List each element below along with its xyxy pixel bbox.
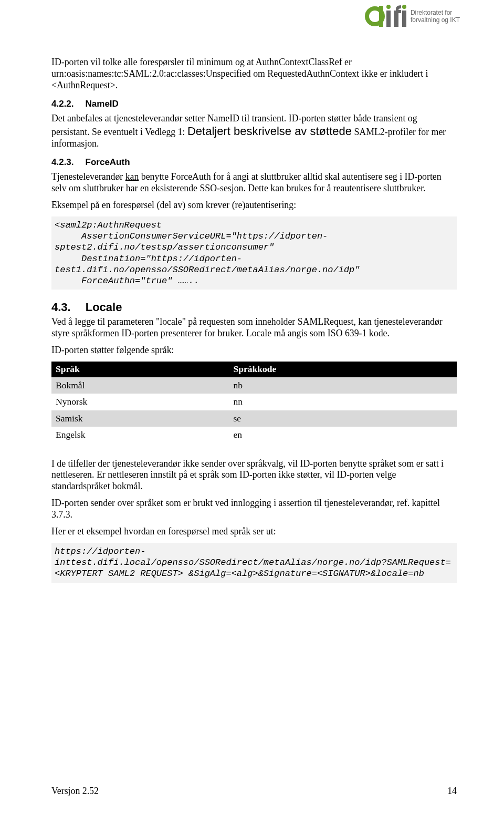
- table-cell-lang: Bokmål: [51, 377, 229, 394]
- table-cell-lang: Engelsk: [51, 427, 229, 444]
- table-header-code: Språkkode: [229, 362, 457, 377]
- svg-rect-2: [386, 11, 391, 27]
- logo-text-line2: forvaltning og IKT: [411, 16, 460, 24]
- code-block-2: https://idporten-inttest.difi.local/open…: [51, 543, 457, 583]
- paragraph: ID-porten støtter følgende språk:: [51, 345, 457, 356]
- page-footer: Versjon 2.52 14: [51, 786, 457, 797]
- code-block-1: <saml2p:AuthnRequest AssertionConsumerSe…: [51, 216, 457, 290]
- footer-version: Versjon 2.52: [51, 786, 99, 797]
- heading-422: 4.2.2.NameID: [51, 99, 457, 110]
- table-cell-code: se: [229, 410, 457, 427]
- paragraph: ID-porten sender over språket som er bru…: [51, 498, 457, 521]
- table-cell-lang: Samisk: [51, 410, 229, 427]
- heading-423: 4.2.3.ForceAuth: [51, 157, 457, 168]
- table-cell-code: nn: [229, 394, 457, 410]
- paragraph: Eksempel på en forespørsel (del av) som …: [51, 200, 457, 211]
- difi-logo-icon: [362, 4, 407, 28]
- svg-rect-1: [379, 6, 383, 27]
- table-cell-lang: Nynorsk: [51, 394, 229, 410]
- table-row: Nynorsknn: [51, 394, 457, 410]
- heading-43: 4.3.Locale: [51, 300, 457, 314]
- language-table: Språk Språkkode BokmålnbNynorsknnSamisks…: [51, 362, 457, 444]
- vedlegg-link: Detaljert beskrivelse av støttede: [187, 125, 352, 138]
- paragraph: I de tilfeller der tjenesteleverandør ik…: [51, 458, 457, 493]
- table-row: Engelsken: [51, 427, 457, 444]
- svg-point-5: [402, 5, 406, 9]
- paragraph: Tjenesteleverandør kan benytte ForceAuth…: [51, 171, 457, 194]
- paragraph: ID-porten vil tolke alle forespørsler ti…: [51, 57, 457, 91]
- table-row: Bokmålnb: [51, 377, 457, 394]
- svg-rect-4: [402, 11, 406, 27]
- table-row: Samiskse: [51, 410, 457, 427]
- table-cell-code: nb: [229, 377, 457, 394]
- table-header-lang: Språk: [51, 362, 229, 377]
- svg-point-3: [386, 5, 391, 9]
- difi-logo: Direktoratet for forvaltning og IKT: [362, 4, 460, 28]
- paragraph: Det anbefales at tjenesteleverandør sett…: [51, 113, 457, 150]
- logo-text-line1: Direktoratet for: [411, 9, 460, 16]
- paragraph: Ved å legge til parameteren "locale" på …: [51, 316, 457, 339]
- paragraph: Her er et eksempel hvordan en forespørse…: [51, 526, 457, 538]
- document-body: ID-porten vil tolke alle forespørsler ti…: [51, 57, 457, 583]
- table-cell-code: en: [229, 427, 457, 444]
- footer-page-number: 14: [447, 786, 457, 797]
